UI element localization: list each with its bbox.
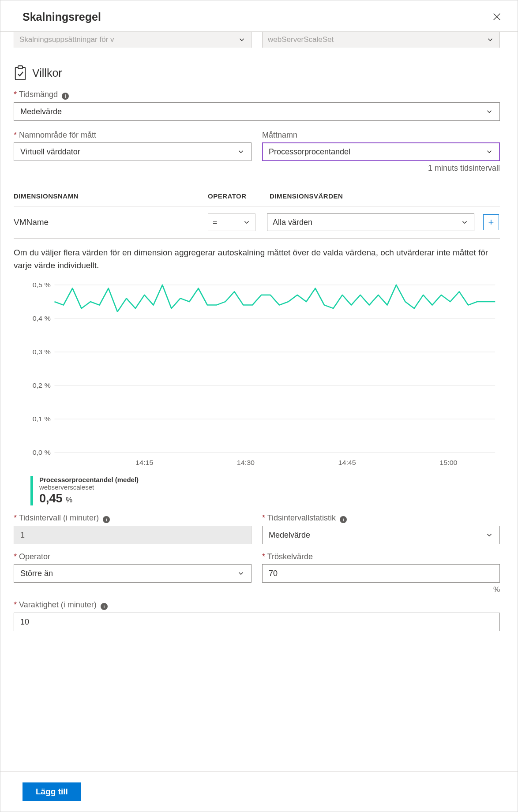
criteria-section-title: Villkor bbox=[32, 67, 62, 79]
chart-legend: Processorprocentandel (medel) webservers… bbox=[30, 476, 500, 505]
dimensions-header-operator: Operator bbox=[208, 192, 270, 200]
dimensions-header-row: Dimensionsnamn Operator Dimensionsvärden bbox=[14, 181, 500, 206]
metric-namespace-value: Virtuell värddator bbox=[20, 147, 80, 157]
add-button[interactable]: Lägg till bbox=[23, 782, 81, 801]
metric-name-select[interactable]: Processorprocentandel bbox=[262, 142, 500, 161]
panel-footer: Lägg till bbox=[0, 771, 518, 812]
dimension-value: Alla värden bbox=[273, 218, 312, 227]
varaktighet-input[interactable]: 10 bbox=[14, 613, 500, 631]
dimension-description: Om du väljer flera värden för en dimensi… bbox=[14, 247, 500, 272]
dimensions-header-name: Dimensionsnamn bbox=[14, 192, 208, 200]
chevron-down-icon bbox=[486, 36, 494, 44]
resource-value: webServerScaleSet bbox=[268, 35, 334, 44]
metric-name-label: Måttnamn bbox=[262, 131, 500, 140]
chevron-down-icon bbox=[243, 218, 251, 226]
legend-title: Processorprocentandel (medel) bbox=[39, 476, 139, 483]
svg-text:0,4 %: 0,4 % bbox=[33, 315, 51, 322]
chevron-down-icon bbox=[485, 148, 493, 156]
metric-source-value: Skalningsuppsättningar för v bbox=[19, 35, 114, 44]
svg-text:15:00: 15:00 bbox=[439, 459, 458, 466]
dimension-name: VMName bbox=[14, 217, 208, 227]
chevron-down-icon bbox=[485, 531, 493, 539]
threshold-label: Tröskelvärde bbox=[262, 552, 500, 561]
metric-chart: 0,5 %0,4 %0,3 %0,2 %0,1 %0,0 %14:1514:30… bbox=[26, 281, 500, 505]
info-icon[interactable]: i bbox=[101, 603, 108, 610]
time-grain-stat-label: Tidsintervallstatistik i bbox=[262, 513, 500, 523]
dimension-row: VMName = Alla värden bbox=[14, 206, 500, 239]
svg-text:0,2 %: 0,2 % bbox=[33, 382, 51, 389]
time-grain-input: 1 bbox=[14, 526, 251, 544]
metric-source-select[interactable]: Skalningsuppsättningar för v bbox=[14, 32, 251, 48]
clipboard-check-icon bbox=[14, 65, 27, 80]
threshold-unit: % bbox=[262, 585, 500, 594]
time-aggregation-value: Medelvärde bbox=[20, 107, 62, 116]
metric-name-value: Processorprocentandel bbox=[269, 147, 350, 157]
operator-label: Operator bbox=[14, 552, 251, 561]
svg-text:0,1 %: 0,1 % bbox=[33, 415, 51, 423]
dimension-operator-select[interactable]: = bbox=[208, 213, 255, 231]
chevron-down-icon bbox=[485, 108, 493, 116]
chevron-down-icon bbox=[237, 569, 245, 577]
plus-icon: + bbox=[488, 217, 494, 228]
metric-namespace-select[interactable]: Virtuell värddator bbox=[14, 142, 251, 161]
time-grain-label: Tidsintervall (i minuter) i bbox=[14, 513, 251, 523]
threshold-input[interactable]: 70 bbox=[262, 564, 500, 583]
chevron-down-icon bbox=[238, 36, 246, 44]
legend-color-bar bbox=[30, 476, 33, 505]
chevron-down-icon bbox=[237, 148, 245, 156]
panel-header: Skalningsregel bbox=[0, 0, 518, 32]
svg-rect-0 bbox=[15, 67, 26, 80]
operator-select[interactable]: Större än bbox=[14, 564, 251, 583]
criteria-section-header: Villkor bbox=[14, 65, 500, 80]
dimension-value-select[interactable]: Alla värden bbox=[267, 213, 474, 231]
dimension-operator-value: = bbox=[213, 218, 218, 227]
panel-title: Skalningsregel bbox=[23, 11, 101, 23]
resource-select[interactable]: webServerScaleSet bbox=[262, 32, 500, 48]
svg-text:14:45: 14:45 bbox=[338, 459, 356, 466]
legend-subtitle: webserverscaleset bbox=[39, 483, 139, 491]
legend-value: 0,45 % bbox=[39, 492, 139, 505]
chevron-down-icon bbox=[461, 218, 469, 226]
operator-value: Större än bbox=[20, 569, 53, 578]
svg-rect-1 bbox=[18, 66, 23, 68]
close-button[interactable] bbox=[489, 9, 504, 24]
info-icon[interactable]: i bbox=[340, 516, 347, 523]
svg-text:0,3 %: 0,3 % bbox=[33, 348, 51, 355]
varaktighet-label: Varaktighet (i minuter) i bbox=[14, 600, 500, 610]
time-grain-stat-value: Medelvärde bbox=[269, 531, 310, 540]
add-dimension-button[interactable]: + bbox=[483, 214, 499, 230]
svg-text:0,0 %: 0,0 % bbox=[33, 449, 51, 456]
time-aggregation-select[interactable]: Medelvärde bbox=[14, 102, 500, 121]
dimensions-header-values: Dimensionsvärden bbox=[270, 192, 500, 200]
interval-hint: 1 minuts tidsintervall bbox=[262, 164, 500, 173]
info-icon[interactable]: i bbox=[62, 93, 69, 100]
time-aggregation-label: Tidsmängd i bbox=[14, 90, 500, 100]
time-grain-stat-select[interactable]: Medelvärde bbox=[262, 526, 500, 544]
svg-text:14:15: 14:15 bbox=[135, 459, 153, 466]
info-icon[interactable]: i bbox=[103, 516, 110, 523]
svg-text:0,5 %: 0,5 % bbox=[33, 281, 51, 288]
metric-namespace-label: Namnområde för mått bbox=[14, 131, 251, 140]
svg-text:14:30: 14:30 bbox=[237, 459, 255, 466]
